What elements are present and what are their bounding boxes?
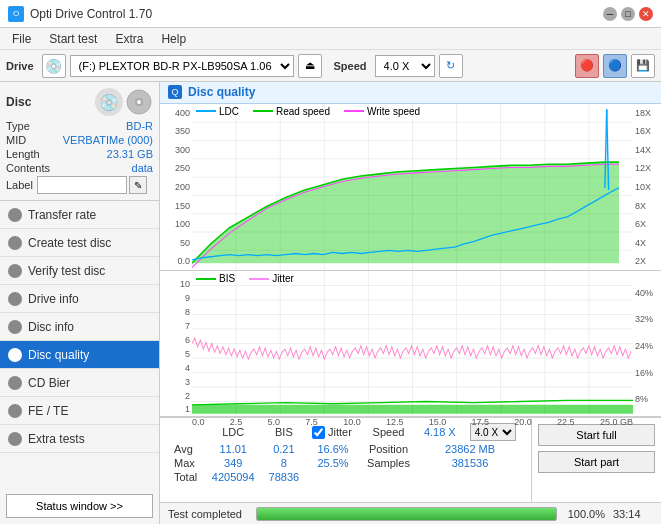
max-label: Max (168, 456, 205, 470)
drive-select[interactable]: (F:) PLEXTOR BD-R PX-LB950SA 1.06 (70, 55, 294, 77)
ldc-legend-label: LDC (219, 106, 239, 117)
jitter-legend: Jitter (249, 273, 294, 284)
samples-label: Samples (360, 456, 417, 470)
read-speed-legend-color (253, 110, 273, 112)
nav-fe-te-label: FE / TE (28, 404, 68, 418)
maximize-button[interactable]: □ (621, 7, 635, 21)
cd-bier-icon (8, 376, 22, 390)
stats-right-panel: Start full Start part (531, 418, 661, 502)
length-label: Length (6, 148, 40, 160)
quality-header: Q Disc quality (160, 82, 661, 104)
label-input[interactable] (37, 176, 127, 194)
app-title: Opti Drive Control 1.70 (30, 7, 152, 21)
total-empty3 (417, 470, 523, 484)
max-jitter: 25.5% (306, 456, 360, 470)
title-bar: O Opti Drive Control 1.70 ─ □ ✕ (0, 0, 661, 28)
menu-file[interactable]: File (4, 30, 39, 48)
nav-disc-quality-label: Disc quality (28, 348, 89, 362)
drive-info-icon (8, 292, 22, 306)
write-speed-legend-label: Write speed (367, 106, 420, 117)
progress-percent: 100.0% (565, 508, 605, 520)
save-button[interactable]: 💾 (631, 54, 655, 78)
top-y-axis-left: 400 350 300 250 200 150 100 50 0.0 (160, 104, 192, 271)
close-button[interactable]: ✕ (639, 7, 653, 21)
title-bar-left: O Opti Drive Control 1.70 (8, 6, 152, 22)
top-chart-container: LDC Read speed Write speed 400 350 300 2… (160, 104, 661, 272)
sidebar: Disc 💿 Type BD-R MID (0, 82, 160, 524)
main-content: Disc 💿 Type BD-R MID (0, 82, 661, 524)
nav-extra-tests[interactable]: Extra tests (0, 425, 159, 453)
max-bis: 8 (262, 456, 306, 470)
nav-create-test-disc[interactable]: Create test disc (0, 229, 159, 257)
fe-te-icon (8, 404, 22, 418)
nav-disc-info-label: Disc info (28, 320, 74, 334)
position-label: Position (360, 442, 417, 456)
total-empty2 (360, 470, 417, 484)
type-value: BD-R (126, 120, 153, 132)
info-button[interactable]: 🔵 (603, 54, 627, 78)
type-label: Type (6, 120, 30, 132)
nav-transfer-rate[interactable]: Transfer rate (0, 201, 159, 229)
quality-title: Disc quality (188, 85, 255, 99)
read-speed-legend: Read speed (253, 106, 330, 117)
menu-start-test[interactable]: Start test (41, 30, 105, 48)
bis-legend-color (196, 278, 216, 280)
disc-section-label: Disc (6, 95, 31, 109)
total-ldc: 4205094 (205, 470, 262, 484)
status-window-button[interactable]: Status window >> (6, 494, 153, 518)
nav-verify-test-disc-label: Verify test disc (28, 264, 105, 278)
nav-cd-bier[interactable]: CD Bier (0, 369, 159, 397)
extra-tests-icon (8, 432, 22, 446)
drive-icon-btn[interactable]: 💿 (42, 54, 66, 78)
start-part-button[interactable]: Start part (538, 451, 655, 473)
nav-verify-test-disc[interactable]: Verify test disc (0, 257, 159, 285)
bottom-chart-svg (192, 271, 633, 416)
total-empty (306, 470, 360, 484)
bottom-y-axis-left: 10 9 8 7 6 5 4 3 2 1 (160, 271, 192, 416)
nav-fe-te[interactable]: FE / TE (0, 397, 159, 425)
bis-legend-label: BIS (219, 273, 235, 284)
write-speed-legend-color (344, 110, 364, 112)
samples-value: 381536 (417, 456, 523, 470)
nav-drive-info-label: Drive info (28, 292, 79, 306)
avg-jitter: 16.6% (306, 442, 360, 456)
bottom-chart-inner (192, 271, 633, 416)
app-icon: O (8, 6, 24, 22)
bottom-x-axis: 0.0 2.5 5.0 7.5 10.0 12.5 15.0 17.5 20.0… (160, 416, 661, 428)
settings-button[interactable]: 🔴 (575, 54, 599, 78)
nav-cd-bier-label: CD Bier (28, 376, 70, 390)
menu-extra[interactable]: Extra (107, 30, 151, 48)
nav-items: Transfer rate Create test disc Verify te… (0, 201, 159, 488)
disc-info-icon (8, 320, 22, 334)
eject-button[interactable]: ⏏ (298, 54, 322, 78)
avg-label: Avg (168, 442, 205, 456)
verify-test-disc-icon (8, 264, 22, 278)
avg-bis: 0.21 (262, 442, 306, 456)
bottom-legend: BIS Jitter (196, 273, 294, 284)
bottom-chart-wrapper: 10 9 8 7 6 5 4 3 2 1 (160, 271, 661, 416)
length-value: 23.31 GB (107, 148, 153, 160)
svg-point-2 (137, 100, 141, 104)
write-speed-legend: Write speed (344, 106, 420, 117)
speed-select[interactable]: 4.0 X (375, 55, 435, 77)
minimize-button[interactable]: ─ (603, 7, 617, 21)
refresh-button[interactable]: ↻ (439, 54, 463, 78)
bottom-y-axis-right: 40% 32% 24% 16% 8% (633, 271, 661, 416)
mid-value: VERBATIMe (000) (63, 134, 153, 146)
nav-disc-quality[interactable]: Disc quality (0, 341, 159, 369)
nav-extra-tests-label: Extra tests (28, 432, 85, 446)
avg-ldc: 11.01 (205, 442, 262, 456)
ldc-legend: LDC (196, 106, 239, 117)
mid-label: MID (6, 134, 26, 146)
label-edit-button[interactable]: ✎ (129, 176, 147, 194)
disc-quality-icon (8, 348, 22, 362)
disc-graphic: 💿 (95, 88, 123, 116)
menu-help[interactable]: Help (153, 30, 194, 48)
nav-disc-info[interactable]: Disc info (0, 313, 159, 341)
content-area: Q Disc quality LDC Read speed Write spee… (160, 82, 661, 524)
top-chart-svg (192, 104, 633, 271)
nav-drive-info[interactable]: Drive info (0, 285, 159, 313)
top-chart-wrapper: 400 350 300 250 200 150 100 50 0.0 (160, 104, 661, 271)
speed-label: Speed (334, 60, 367, 72)
position-value: 23862 MB (417, 442, 523, 456)
